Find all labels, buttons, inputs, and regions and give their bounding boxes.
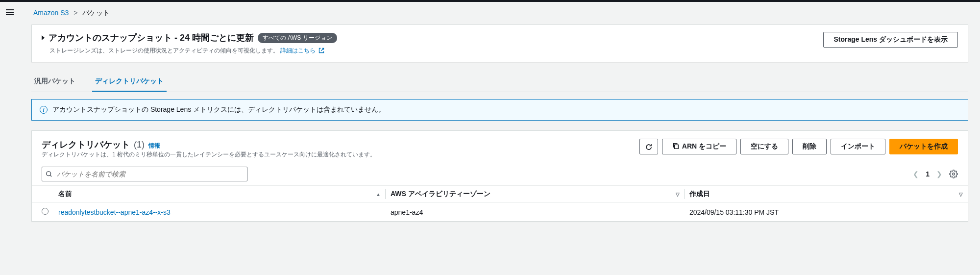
refresh-button[interactable] xyxy=(639,139,658,154)
bucket-name-link[interactable]: readonlytestbucket--apne1-az4--x-s3 xyxy=(58,208,171,216)
search-icon xyxy=(46,171,52,177)
info-icon: i xyxy=(40,106,48,114)
cell-az: apne1-az4 xyxy=(386,203,685,222)
buckets-panel: ディレクトリバケット (1) 情報 ディレクトリバケットは、1 桁代のミリ秒単位… xyxy=(31,130,968,222)
sort-icon: ▽ xyxy=(959,192,963,197)
pagination: ❮ 1 ❯ xyxy=(913,170,958,178)
tabs: 汎用バケット ディレクトリバケット xyxy=(31,72,968,92)
section-title: ディレクトリバケット xyxy=(42,139,130,150)
info-banner: i アカウントスナップショットの Storage Lens メトリクスには、ディ… xyxy=(31,99,968,121)
col-select xyxy=(32,186,53,203)
page-next-icon[interactable]: ❯ xyxy=(936,170,942,178)
learn-more-link[interactable]: 詳細はこちら xyxy=(280,47,324,54)
sort-icon: ▽ xyxy=(676,192,680,197)
col-az[interactable]: AWS アベイラビリティーゾーン ▽ xyxy=(386,186,685,203)
snapshot-title: アカウントのスナップショット - 24 時間ごとに更新 xyxy=(49,32,254,44)
import-button[interactable]: インポート xyxy=(831,139,885,154)
sidebar-toggle-area xyxy=(0,2,20,233)
info-link[interactable]: 情報 xyxy=(148,142,160,150)
cell-created: 2024/09/15 03:11:30 PM JST xyxy=(685,203,968,222)
gear-icon xyxy=(949,170,958,178)
delete-button[interactable]: 削除 xyxy=(792,139,827,154)
breadcrumb-root-link[interactable]: Amazon S3 xyxy=(33,9,69,17)
row-radio[interactable] xyxy=(42,208,49,215)
col-name[interactable]: 名前 ▲ xyxy=(53,186,386,203)
section-description: ディレクトリバケットは、1 桁代のミリ秒単位の一貫したレイテンシーを必要とするユ… xyxy=(42,150,376,159)
region-badge: すべての AWS リージョン xyxy=(258,33,337,43)
sort-asc-icon: ▲ xyxy=(376,192,381,197)
action-bar: ARN をコピー 空にする 削除 インポート バケットを作成 xyxy=(639,139,958,154)
svg-point-2 xyxy=(953,173,955,175)
snapshot-panel: アカウントのスナップショット - 24 時間ごとに更新 すべての AWS リージ… xyxy=(31,25,968,62)
settings-button[interactable] xyxy=(949,170,958,178)
breadcrumb-current: バケット xyxy=(82,9,110,17)
empty-button[interactable]: 空にする xyxy=(740,139,788,154)
page-prev-icon[interactable]: ❮ xyxy=(913,170,919,178)
svg-rect-0 xyxy=(674,145,678,149)
svg-point-1 xyxy=(47,172,51,176)
copy-icon xyxy=(672,143,679,150)
breadcrumb: Amazon S3 > バケット xyxy=(31,2,968,25)
page-number: 1 xyxy=(926,170,930,178)
snapshot-description: ストレージレンズは、ストレージの使用状況とアクティビティの傾向を可視化します。 … xyxy=(49,47,813,55)
storage-lens-dashboard-button[interactable]: Storage Lens ダッシュボードを表示 xyxy=(823,32,958,48)
create-bucket-button[interactable]: バケットを作成 xyxy=(889,139,958,154)
tab-general-buckets[interactable]: 汎用バケット xyxy=(31,72,78,92)
tab-directory-buckets[interactable]: ディレクトリバケット xyxy=(92,72,167,92)
col-created[interactable]: 作成日 ▽ xyxy=(685,186,968,203)
hamburger-icon[interactable] xyxy=(6,9,20,15)
caret-right-icon[interactable] xyxy=(42,35,45,40)
refresh-icon xyxy=(645,143,653,151)
external-link-icon xyxy=(318,48,324,55)
search-wrap xyxy=(42,167,247,181)
search-input[interactable] xyxy=(42,167,247,181)
table-row: readonlytestbucket--apne1-az4--x-s3 apne… xyxy=(32,203,968,222)
buckets-table: 名前 ▲ AWS アベイラビリティーゾーン ▽ 作成日 ▽ xyxy=(32,185,968,221)
copy-arn-button[interactable]: ARN をコピー xyxy=(662,139,736,154)
breadcrumb-separator: > xyxy=(74,9,77,17)
section-count: (1) xyxy=(134,140,145,150)
info-banner-text: アカウントスナップショットの Storage Lens メトリクスには、ディレク… xyxy=(52,105,385,114)
